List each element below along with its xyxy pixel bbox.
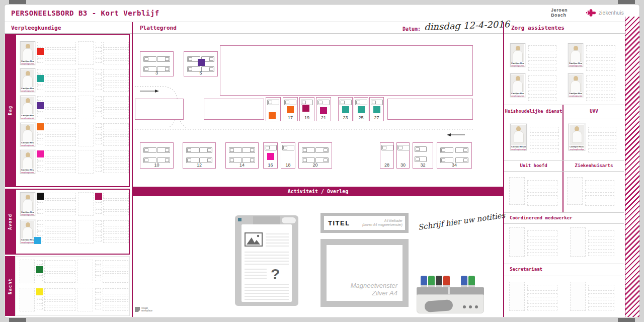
name-slots[interactable] (588, 285, 614, 310)
color-magnet[interactable] (36, 266, 43, 273)
color-magnet[interactable] (37, 150, 44, 157)
divider (504, 160, 624, 160)
name-slots[interactable] (527, 230, 557, 256)
staff-photo-card[interactable]: Catelijne Heussen verpleegkundige (510, 73, 525, 97)
color-magnet[interactable] (37, 123, 44, 130)
magnet-slots[interactable] (96, 123, 102, 144)
name-slots[interactable] (586, 75, 615, 101)
photo-placeholder[interactable] (509, 177, 525, 205)
note-slot[interactable] (77, 288, 93, 311)
name-slots[interactable] (103, 193, 129, 215)
staff-photo-card[interactable]: Catelijne Heussen verpleegkundige (569, 124, 585, 150)
name-slots[interactable] (530, 127, 559, 152)
room: 10 (140, 142, 174, 169)
staff-photo-card[interactable]: Catelijne Heussen verpleegkundige (20, 96, 35, 119)
magnet-slots[interactable] (96, 96, 102, 117)
divider (504, 119, 624, 119)
color-magnet[interactable] (320, 107, 327, 114)
note-slot[interactable] (77, 260, 93, 283)
color-magnet[interactable] (373, 106, 380, 113)
magnet-slots[interactable] (95, 288, 101, 309)
magnet-slots[interactable] (96, 220, 102, 242)
staff-row (16, 260, 129, 284)
note-slot[interactable] (78, 96, 94, 119)
color-magnet[interactable] (358, 106, 365, 113)
staff-photo-card[interactable]: Catelijne Heussen verpleegkundige (568, 43, 583, 67)
name-slots[interactable] (585, 180, 614, 206)
photo-placeholder[interactable] (570, 282, 586, 311)
staff-row: Catelijne Heussen verpleegkundige (16, 68, 129, 93)
photo-placeholder[interactable] (570, 227, 586, 257)
staff-photo-card[interactable]: Catelijne Heussen verpleegkundige (568, 73, 583, 97)
name-slots[interactable] (103, 123, 129, 146)
name-slots[interactable] (528, 45, 556, 71)
staff-photo-card[interactable]: Catelijne Heussen verpleegkundige (20, 123, 35, 146)
color-magnet[interactable] (37, 193, 44, 200)
staff-photo-card[interactable]: Catelijne Heussen verpleegkundige (20, 68, 35, 92)
name-slots[interactable] (103, 96, 129, 119)
name-slots[interactable] (103, 288, 128, 311)
note-slot[interactable] (78, 150, 94, 174)
color-magnet[interactable] (198, 59, 205, 66)
titel-kader: TITEL A4 titelkader (boven A4 magneetven… (320, 213, 409, 233)
name-slots[interactable] (45, 69, 76, 92)
name-slots[interactable] (45, 96, 76, 119)
note-slot[interactable] (78, 192, 94, 216)
name-slots[interactable] (45, 220, 76, 243)
color-magnet[interactable] (36, 288, 43, 295)
name-slots[interactable] (45, 150, 76, 173)
color-magnet[interactable] (302, 105, 309, 112)
photo-placeholder[interactable] (509, 282, 525, 311)
staff-photo-card[interactable]: Catelijne Heussen verpleegkundige (20, 192, 35, 216)
photo-placeholder[interactable] (509, 227, 525, 257)
name-slots[interactable] (103, 260, 128, 283)
divider (504, 264, 624, 264)
name-slots[interactable] (44, 260, 75, 283)
staff-photo-card[interactable]: Catelijne Heussen verpleegkundige (510, 124, 527, 150)
photo-placeholder[interactable] (20, 288, 35, 311)
magnet-slots[interactable] (96, 42, 102, 63)
eraser[interactable] (424, 299, 453, 312)
color-magnet[interactable] (37, 75, 44, 82)
name-slots[interactable] (527, 285, 557, 310)
name-slots[interactable] (103, 42, 129, 64)
name-slots[interactable] (45, 42, 76, 64)
staff-photo-card[interactable]: Catelijne Heussen verpleegkundige (510, 43, 525, 67)
name-slots[interactable] (588, 127, 616, 152)
color-magnet[interactable] (269, 112, 276, 119)
magnet-slots[interactable] (95, 260, 101, 281)
staff-photo (21, 97, 34, 114)
magnet-slots[interactable] (96, 69, 102, 90)
name-slots[interactable] (45, 123, 76, 146)
staff-photo-card[interactable]: Catelijne Heussen verpleegkundige (20, 220, 35, 244)
note-slot[interactable] (78, 41, 94, 65)
name-slots[interactable] (103, 69, 129, 92)
name-slots[interactable] (588, 230, 614, 256)
sheet-pill (282, 217, 296, 223)
color-magnet[interactable] (37, 48, 44, 55)
color-magnet[interactable] (37, 102, 44, 109)
name-slots[interactable] (586, 45, 615, 71)
name-slots[interactable] (528, 75, 556, 101)
photo-placeholder[interactable] (20, 260, 35, 283)
divider (504, 105, 624, 105)
staff-row: Catelijne Heussen verpleegkundige (16, 192, 129, 216)
name-slots[interactable] (103, 220, 129, 243)
name-slots[interactable] (103, 150, 129, 173)
magnet-slots[interactable] (96, 150, 102, 172)
note-slot[interactable] (78, 123, 94, 146)
color-magnet[interactable] (342, 106, 349, 113)
name-slots[interactable] (527, 180, 557, 206)
color-magnet[interactable] (267, 153, 274, 160)
photo-placeholder[interactable] (567, 177, 583, 205)
name-slots[interactable] (44, 288, 75, 311)
color-magnet[interactable] (95, 193, 102, 200)
note-slot[interactable] (78, 220, 94, 244)
color-magnet[interactable] (34, 237, 41, 244)
staff-photo-card[interactable]: Catelijne Heussen verpleegkundige (20, 150, 35, 174)
color-magnet[interactable] (287, 106, 294, 113)
staff-photo-card[interactable]: Catelijne Heussen verpleegkundige (20, 41, 35, 65)
staff-row (16, 288, 129, 312)
name-slots[interactable] (45, 193, 76, 215)
note-slot[interactable] (78, 68, 94, 92)
